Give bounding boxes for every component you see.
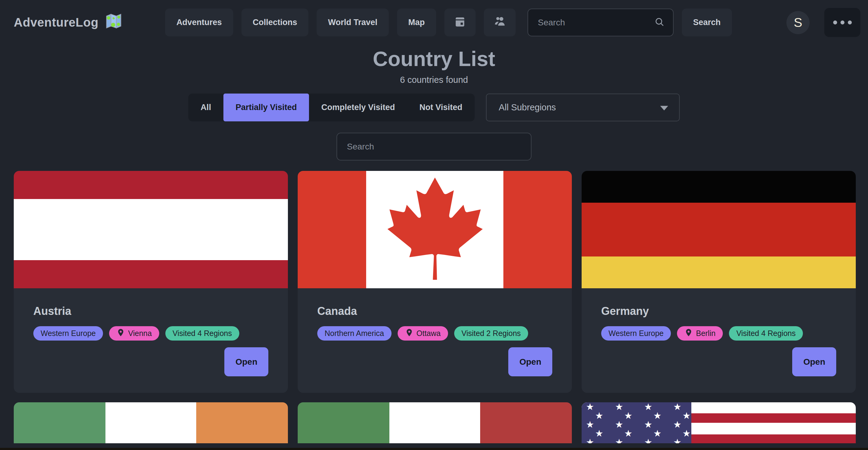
main-nav: Adventures Collections World Travel Map	[165, 8, 732, 36]
region-badge: Western Europe	[33, 326, 103, 340]
tab-completely-visited[interactable]: Completely Visited	[309, 94, 407, 121]
open-country-button[interactable]: Open	[508, 347, 552, 376]
visited-badge: Visited 4 Regions	[729, 326, 803, 340]
visited-badge: Visited 4 Regions	[165, 326, 239, 340]
nav-collections-button[interactable]: Collections	[242, 8, 309, 36]
usa-flag-canton: ★ ★ ★ ★ ★ ★ ★ ★ ★ ★ ★ ★ ★ ★ ★ ★ ★ ★ ★ ★ …	[582, 402, 691, 443]
country-name: Canada	[317, 305, 552, 318]
avatar[interactable]: S	[786, 11, 810, 34]
germany-flag	[582, 171, 856, 288]
country-card-canada: Canada Northern America Ottawa Visited 2…	[298, 171, 572, 393]
ireland-flag	[14, 402, 288, 443]
header-right: S	[786, 8, 860, 37]
calendar-icon	[454, 15, 466, 30]
header: AdventureLog Adventures Collections Worl…	[0, 0, 868, 45]
nav-world-travel-button[interactable]: World Travel	[317, 8, 389, 36]
window-bottom-edge	[0, 448, 868, 450]
map-pin-icon	[684, 328, 693, 339]
country-name: Austria	[33, 305, 268, 318]
users-button[interactable]	[484, 8, 516, 36]
tab-not-visited[interactable]: Not Visited	[407, 94, 475, 121]
visited-filter-tabs: All Partially Visited Completely Visited…	[188, 94, 475, 121]
users-icon	[493, 15, 506, 30]
country-card-ireland	[14, 402, 288, 443]
austria-flag	[14, 171, 288, 288]
header-search-button[interactable]: Search	[682, 8, 732, 36]
nav-map-button[interactable]: Map	[397, 8, 436, 36]
map-pin-icon	[405, 328, 413, 339]
chevron-down-icon	[660, 106, 668, 110]
region-badge: Northern America	[317, 326, 392, 340]
avatar-letter: S	[794, 15, 802, 30]
search-icon	[654, 17, 665, 29]
world-map-icon	[105, 12, 122, 32]
capital-badge: Ottawa	[398, 326, 448, 340]
maple-leaf-icon	[380, 174, 490, 285]
canada-flag	[298, 171, 572, 288]
visited-badge: Visited 2 Regions	[454, 326, 528, 340]
capital-badge: Vienna	[109, 326, 159, 340]
capital-badge: Berlin	[677, 326, 723, 340]
country-card-austria: Austria Western Europe Vienna Visited 4 …	[14, 171, 288, 393]
overflow-menu-button[interactable]	[824, 8, 860, 37]
header-search-wrap	[528, 8, 674, 36]
subregion-selected-value: All Subregions	[499, 102, 556, 113]
country-search-row	[0, 133, 868, 160]
ellipsis-icon	[833, 21, 852, 25]
open-country-button[interactable]: Open	[224, 347, 268, 376]
country-card-grid: Austria Western Europe Vienna Visited 4 …	[14, 171, 857, 443]
country-card-italy	[298, 402, 572, 443]
country-card-germany: Germany Western Europe Berlin Visited 4 …	[582, 171, 856, 393]
nav-adventures-button[interactable]: Adventures	[165, 8, 233, 36]
country-name: Germany	[601, 305, 836, 318]
map-pin-icon	[117, 328, 125, 339]
filter-row: All Partially Visited Completely Visited…	[0, 94, 868, 121]
tab-all[interactable]: All	[188, 94, 223, 121]
usa-flag: ★ ★ ★ ★ ★ ★ ★ ★ ★ ★ ★ ★ ★ ★ ★ ★ ★ ★ ★ ★ …	[582, 402, 856, 443]
region-badge: Western Europe	[601, 326, 671, 340]
tab-partially-visited[interactable]: Partially Visited	[223, 94, 309, 121]
calendar-button[interactable]	[444, 8, 475, 36]
subregion-select[interactable]: All Subregions	[486, 94, 680, 121]
country-card-usa: ★ ★ ★ ★ ★ ★ ★ ★ ★ ★ ★ ★ ★ ★ ★ ★ ★ ★ ★ ★ …	[582, 402, 856, 443]
open-country-button[interactable]: Open	[792, 347, 836, 376]
header-search-input[interactable]	[528, 8, 674, 36]
page-subtitle: 6 countries found	[0, 75, 868, 85]
page-title: Country List	[0, 47, 868, 71]
app-logo-text: AdventureLog	[14, 16, 98, 29]
app-logo[interactable]: AdventureLog	[14, 12, 122, 32]
italy-flag	[298, 402, 572, 443]
country-search-input[interactable]	[337, 133, 531, 160]
